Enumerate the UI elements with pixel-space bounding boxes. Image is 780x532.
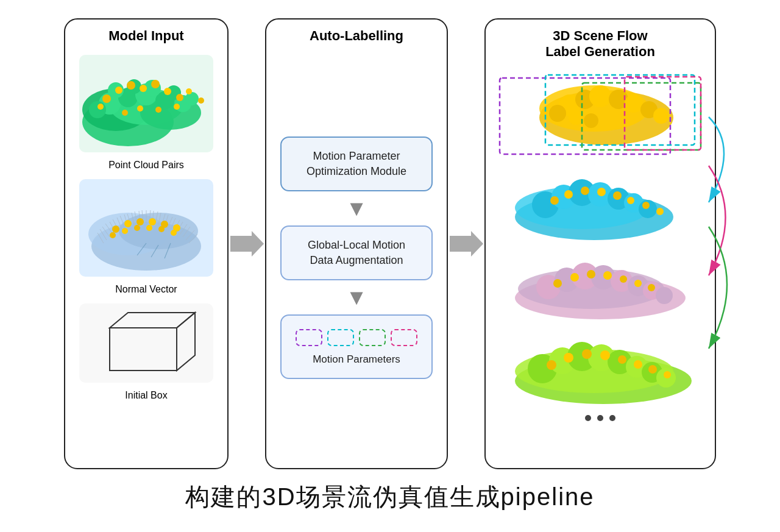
svg-point-123 <box>656 287 673 304</box>
arrow-1 <box>229 229 265 259</box>
dashed-box-green <box>359 329 386 346</box>
main-container: Model Input <box>12 18 768 514</box>
svg-point-87 <box>625 94 643 113</box>
bbox-vis-container <box>497 72 704 160</box>
svg-point-71 <box>158 226 165 232</box>
svg-marker-77 <box>110 313 195 328</box>
diagram-row: Model Input <box>12 18 768 469</box>
svg-point-25 <box>122 110 128 116</box>
dashed-box-purple <box>296 329 322 346</box>
svg-point-110 <box>613 191 622 200</box>
bbox-svg <box>497 72 704 160</box>
svg-point-144 <box>600 350 610 360</box>
svg-point-126 <box>587 270 595 278</box>
svg-point-21 <box>176 94 183 101</box>
svg-point-91 <box>569 110 583 125</box>
dot-1 <box>585 415 591 421</box>
pagination-dots <box>585 415 615 421</box>
svg-point-72 <box>171 230 177 236</box>
svg-point-14 <box>185 92 199 105</box>
svg-point-17 <box>127 81 135 90</box>
initial-box-label: Initial Box <box>125 390 167 401</box>
svg-point-147 <box>648 365 657 374</box>
point-cloud-vis <box>79 55 213 152</box>
global-local-module: Global-Local MotionData Augmentation <box>280 225 433 280</box>
svg-point-90 <box>549 105 566 122</box>
arrow-2 <box>448 229 484 259</box>
auto-label-content: Motion ParameterOptimization Module ▼ Gl… <box>280 56 433 459</box>
global-local-text: Global-Local MotionData Augmentation <box>308 239 405 266</box>
svg-point-141 <box>547 360 556 370</box>
svg-point-113 <box>656 208 664 215</box>
svg-point-18 <box>140 85 147 92</box>
svg-point-15 <box>102 94 111 103</box>
svg-point-125 <box>570 273 579 282</box>
svg-point-67 <box>110 232 116 238</box>
dot-2 <box>597 415 603 421</box>
dashed-box-cyan <box>327 329 354 346</box>
svg-point-69 <box>134 225 140 231</box>
initial-box-vis <box>79 303 213 383</box>
model-input-panel: Model Input <box>64 18 229 469</box>
svg-point-109 <box>597 188 606 196</box>
svg-point-129 <box>634 280 642 287</box>
motion-param-module: Motion ParameterOptimization Module <box>280 137 433 191</box>
svg-point-24 <box>98 104 104 110</box>
green-cloud-svg <box>497 327 704 406</box>
svg-point-145 <box>618 355 626 364</box>
svg-point-146 <box>634 360 642 369</box>
svg-point-85 <box>589 85 611 107</box>
svg-point-20 <box>164 88 171 95</box>
motion-params-text: Motion Parameters <box>294 352 419 367</box>
svg-point-22 <box>186 88 192 94</box>
point-cloud-label: Point Cloud Pairs <box>108 160 184 171</box>
svg-point-106 <box>550 196 559 205</box>
dot-3 <box>609 415 615 421</box>
svg-point-124 <box>553 279 562 288</box>
svg-point-127 <box>603 271 612 280</box>
svg-point-128 <box>620 275 627 283</box>
cyan-cloud-svg <box>497 165 704 244</box>
svg-point-92 <box>584 113 598 128</box>
svg-point-68 <box>122 228 128 234</box>
normal-vector-svg <box>79 179 213 277</box>
svg-point-70 <box>146 225 152 231</box>
green-cloud-container <box>497 327 704 406</box>
svg-point-142 <box>564 353 573 363</box>
dashed-box-pink <box>391 329 417 346</box>
svg-point-63 <box>136 218 144 225</box>
svg-marker-79 <box>230 231 264 257</box>
svg-point-61 <box>112 225 119 233</box>
footer-text: 构建的3D场景流伪真值生成pipeline <box>185 480 594 514</box>
svg-point-130 <box>648 284 655 291</box>
svg-point-143 <box>582 349 592 359</box>
svg-point-108 <box>581 186 589 195</box>
cyan-cloud-container <box>497 165 704 244</box>
down-arrow-2: ▼ <box>346 286 367 308</box>
motion-params-row <box>294 329 419 346</box>
svg-point-148 <box>664 371 671 378</box>
pink-cloud-svg <box>497 249 704 322</box>
auto-label-panel: Auto-Labelling Motion ParameterOptimizat… <box>265 18 448 469</box>
svg-point-62 <box>124 220 132 227</box>
motion-params-module: Motion Parameters <box>280 314 433 379</box>
right-arrow-svg-1 <box>230 229 264 259</box>
svg-point-31 <box>119 213 198 249</box>
normal-vector-vis <box>79 179 213 277</box>
model-input-title: Model Input <box>108 28 183 44</box>
right-arrow-svg-2 <box>450 229 483 259</box>
svg-point-111 <box>627 197 634 204</box>
svg-point-107 <box>564 190 573 199</box>
svg-point-28 <box>174 104 180 110</box>
svg-rect-76 <box>110 328 177 371</box>
svg-point-16 <box>115 87 122 94</box>
svg-marker-80 <box>450 231 483 257</box>
scene-flow-title: 3D Scene FlowLabel Generation <box>545 28 655 60</box>
motion-param-module-text: Motion ParameterOptimization Module <box>307 150 406 177</box>
svg-point-64 <box>149 218 156 225</box>
curved-arrows-svg <box>706 68 748 434</box>
svg-point-112 <box>642 202 650 209</box>
svg-point-27 <box>155 107 161 113</box>
svg-point-89 <box>653 108 669 124</box>
auto-label-title: Auto-Labelling <box>310 28 403 44</box>
